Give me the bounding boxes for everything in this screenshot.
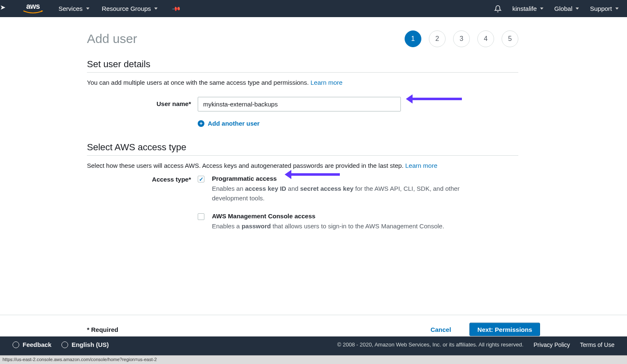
required-note: * Required: [87, 326, 118, 333]
plus-circle-icon: +: [198, 120, 204, 127]
section-heading: Select AWS access type: [87, 142, 518, 156]
access-type-console: AWS Management Console access Enables a …: [198, 212, 518, 231]
nav-region[interactable]: Global: [554, 5, 579, 12]
step-1[interactable]: 1: [405, 30, 421, 47]
option-title: AWS Management Console access: [212, 212, 444, 220]
feedback-link[interactable]: Feedback: [13, 341, 51, 348]
step-5[interactable]: 5: [502, 30, 518, 47]
step-4[interactable]: 4: [477, 30, 494, 47]
page-content: Add user 1 2 3 4 5 Set user details You …: [0, 17, 518, 240]
annotation-arrow: [291, 173, 340, 176]
nav-services-label: Services: [59, 5, 83, 12]
access-type-label: Access type*: [87, 175, 198, 183]
chevron-down-icon: [540, 8, 543, 10]
cursor-icon: ➤: [0, 3, 5, 11]
pin-icon[interactable]: 📌: [171, 4, 181, 13]
chat-icon: [13, 341, 19, 348]
section-helper: Select how these users will access AWS. …: [87, 161, 518, 171]
bottom-bar: Feedback English (US) © 2008 - 2020, Ama…: [0, 336, 627, 356]
add-another-user-button[interactable]: + Add another user: [198, 120, 518, 127]
access-type-programmatic: Programmatic access Enables an access ke…: [198, 175, 518, 203]
nav-support[interactable]: Support: [590, 5, 619, 12]
chevron-down-icon: [86, 8, 89, 10]
privacy-link[interactable]: Privacy Policy: [533, 341, 570, 348]
nav-resource-groups[interactable]: Resource Groups: [102, 5, 158, 12]
annotation-arrow: [412, 98, 462, 100]
action-bar: * Required Cancel Next: Permissions: [0, 315, 627, 336]
copyright-text: © 2008 - 2020, Amazon Web Services, Inc.…: [337, 341, 524, 348]
chevron-down-icon: [576, 8, 579, 10]
section-helper: You can add multiple users at once with …: [87, 78, 518, 88]
console-checkbox[interactable]: [198, 213, 204, 220]
cancel-button[interactable]: Cancel: [423, 323, 459, 336]
terms-link[interactable]: Terms of Use: [580, 341, 614, 348]
browser-status-bar: https://us-east-2.console.aws.amazon.com…: [0, 355, 627, 364]
step-2[interactable]: 2: [429, 30, 446, 47]
aws-logo[interactable]: aws: [23, 3, 43, 14]
nav-resource-groups-label: Resource Groups: [102, 5, 151, 12]
add-another-label: Add another user: [208, 120, 260, 127]
section-access-type: Select AWS access type Select how these …: [87, 142, 518, 240]
username-label: User name*: [87, 97, 198, 107]
learn-more-link[interactable]: Learn more: [405, 162, 438, 169]
language-selector[interactable]: English (US): [61, 341, 109, 348]
section-heading: Set user details: [87, 59, 518, 73]
next-button[interactable]: Next: Permissions: [469, 323, 540, 336]
option-title: Programmatic access: [212, 175, 488, 182]
option-desc: Enables an access key ID and secret acce…: [212, 184, 488, 203]
chevron-down-icon: [615, 8, 619, 10]
learn-more-link[interactable]: Learn more: [311, 79, 343, 86]
nav-account[interactable]: kinstalife: [512, 5, 543, 12]
page-title: Add user: [87, 32, 137, 46]
chevron-down-icon: [154, 8, 158, 10]
nav-services[interactable]: Services: [59, 5, 89, 12]
notifications-icon[interactable]: [494, 5, 502, 13]
option-desc: Enables a password that allows users to …: [212, 221, 444, 231]
top-nav: ➤ aws Services Resource Groups 📌 kinstal…: [0, 0, 627, 17]
globe-icon: [61, 341, 68, 348]
username-input[interactable]: [198, 97, 401, 111]
step-3[interactable]: 3: [453, 30, 470, 47]
programmatic-checkbox[interactable]: [198, 176, 204, 182]
wizard-steps: 1 2 3 4 5: [405, 30, 518, 47]
section-user-details: Set user details You can add multiple us…: [87, 59, 518, 127]
